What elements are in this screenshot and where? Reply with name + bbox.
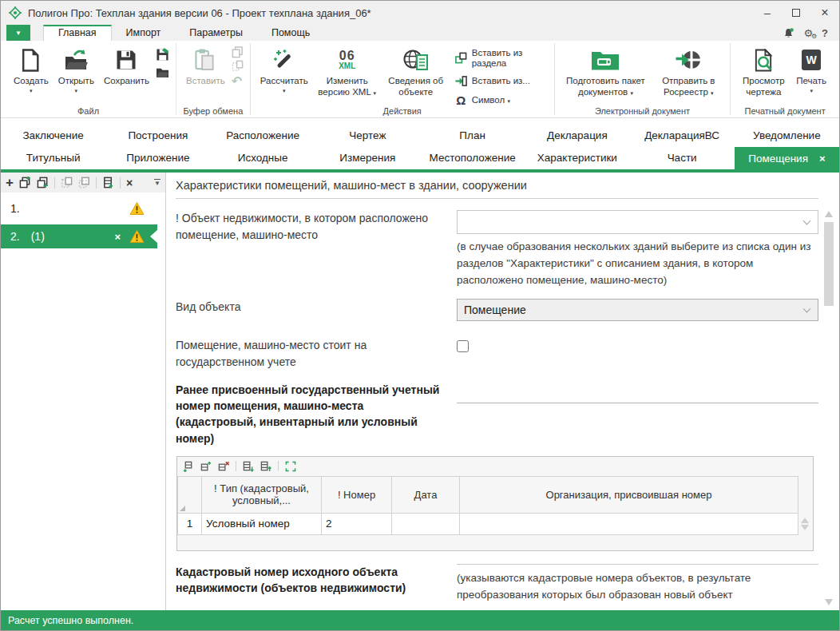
ribbon-tab-home[interactable]: Главная (43, 25, 112, 41)
open-button[interactable]: Открыть ▾ (53, 45, 99, 96)
insert-from-section-icon (454, 52, 468, 64)
change-xml-version-button[interactable]: 06 XML Изменить версию XML ▾ (313, 45, 382, 100)
tab-close-icon[interactable]: × (819, 153, 826, 165)
tab-zakluchenie[interactable]: Заключение (1, 125, 105, 147)
form-row-prev-number: Ранее присвоенный государственный учетны… (176, 382, 818, 446)
ribbon-tab-help[interactable]: Помощь (257, 25, 324, 41)
tab-uvedomlenie[interactable]: Уведомление (735, 125, 839, 147)
col-header-org[interactable]: Организация, присвоившая номер (460, 476, 798, 513)
minimize-button[interactable]: – (753, 1, 782, 25)
new-button[interactable]: Создать ▾ (9, 45, 53, 96)
record-item-2-selected[interactable]: 2. (1) × (1, 224, 157, 248)
table-corner-cell[interactable] (178, 476, 202, 513)
ribbon-tab-parameters[interactable]: Параметры (175, 25, 257, 41)
duplicate-record-icon[interactable] (19, 177, 31, 189)
open-dropdown-icon: ▾ (75, 88, 78, 94)
kind-combobox[interactable]: Помещение (457, 299, 818, 321)
tab-titulny[interactable]: Титульный (1, 147, 105, 169)
prepare-package-button[interactable]: Подготовить пакет документов ▾ (560, 45, 652, 100)
scroll-up-icon[interactable] (825, 211, 833, 217)
package-folder-icon (591, 46, 620, 73)
object-combobox[interactable] (457, 210, 818, 234)
date-cell[interactable] (392, 513, 460, 534)
drawing-preview-button[interactable]: Просмотр чертежа (735, 45, 791, 100)
change-xml-dropdown-icon: ▾ (374, 90, 377, 96)
tab-mestopolozhenie[interactable]: Местоположение (420, 147, 525, 169)
tab-pomeshcheniya-active[interactable]: Помещения × (735, 147, 839, 169)
calculate-button-label: Рассчитать (260, 76, 308, 87)
section-tabs-row1: Заключение Построения Расположение Черте… (1, 125, 839, 147)
col-header-type[interactable]: ! Тип (кадастровый, условный,... (202, 476, 322, 513)
save-as-icon[interactable] (156, 48, 169, 62)
maximize-button[interactable] (782, 1, 810, 25)
row-number-cell[interactable]: 1 (178, 513, 202, 534)
tab-chasti[interactable]: Части (630, 147, 735, 169)
object-info-label: Сведения об объекте (386, 76, 446, 98)
tab-deklaraciya-vs[interactable]: ДекларацияВС (630, 125, 735, 147)
header-divider (176, 198, 818, 199)
tab-ishodnye[interactable]: Исходные (211, 147, 315, 169)
open-button-label: Открыть (58, 76, 94, 87)
insert-from-section-button[interactable]: Вставить из раздела (452, 47, 548, 69)
type-cell[interactable]: Условный номер (202, 513, 322, 534)
record-2-number: 2. (10, 230, 20, 243)
table-move-down-icon[interactable] (243, 461, 254, 472)
table-move-up-icon[interactable] (260, 461, 271, 472)
window-controls: – × (753, 1, 839, 25)
scrollbar-thumb[interactable] (824, 222, 834, 306)
form-content: Характеристики помещений, машино-мест в … (166, 173, 839, 610)
table-scroll-up-icon[interactable] (801, 518, 809, 523)
save-button[interactable]: Сохранить (99, 45, 154, 89)
import-list-icon[interactable] (102, 177, 114, 189)
send-rosreestr-button[interactable]: Отправить в Росреестр ▾ (652, 45, 725, 100)
app-menu-button[interactable]: ▼ (6, 25, 30, 41)
ribbon-group-clipboard: Вставить ↶ Буфер обмена (176, 41, 250, 117)
table-scroll-down-icon[interactable] (801, 525, 809, 530)
table-insert-row-icon[interactable] (200, 461, 212, 472)
number-cell[interactable]: 2 (322, 513, 392, 534)
prepare-package-dropdown-icon: ▾ (630, 90, 633, 96)
tab-deklaraciya[interactable]: Декларация (525, 125, 629, 147)
col-header-number[interactable]: ! Номер (322, 476, 392, 513)
content-scrollbar[interactable] (823, 209, 835, 609)
help-icon[interactable]: ? (822, 28, 828, 38)
section-tabs: Заключение Построения Расположение Черте… (1, 125, 839, 173)
calculate-button[interactable]: Рассчитать ▾ (256, 45, 313, 96)
notifications-bell-icon[interactable] (783, 27, 794, 39)
sidebar-more-icon[interactable]: ▼ (154, 179, 160, 187)
tab-postroeniya[interactable]: Построения (105, 125, 210, 147)
symbol-button[interactable]: Ω Символ ▾ (452, 93, 548, 107)
tab-plan[interactable]: План (420, 125, 525, 147)
tab-izmereniya[interactable]: Измерения (315, 147, 420, 169)
sidebar-toolbar: + × ▼ (1, 173, 165, 192)
drawing-preview-label: Просмотр чертежа (740, 76, 787, 98)
settings-gear-icon[interactable]: ⚙ (803, 28, 813, 38)
open-recent-folder-icon[interactable] (156, 66, 169, 78)
close-button[interactable]: × (810, 1, 839, 25)
group-label-edoc: Электронный документ (555, 106, 731, 116)
record-item-1[interactable]: 1. (1, 196, 157, 220)
scroll-down-icon[interactable] (825, 599, 833, 605)
tab-harakteristiki[interactable]: Характеристики (525, 147, 629, 169)
table-footer-strip (177, 535, 813, 550)
col-header-date[interactable]: Дата (392, 476, 460, 513)
print-button[interactable]: W Печать ▾ (791, 45, 831, 96)
delete-record-icon[interactable]: × (126, 177, 133, 189)
table-expand-icon[interactable] (285, 461, 296, 472)
ribbon-group-file: Создать ▾ Открыть ▾ Сохранить (1, 41, 176, 117)
tab-prilozhenie[interactable]: Приложение (105, 147, 210, 169)
table-add-row-icon[interactable] (183, 461, 194, 472)
insert-from-button[interactable]: Вставить из... (452, 74, 548, 88)
object-info-button[interactable]: Сведения об объекте (382, 45, 450, 100)
table-delete-row-icon[interactable] (218, 461, 229, 472)
add-record-icon[interactable]: + (6, 176, 14, 189)
save-button-label: Сохранить (104, 76, 149, 87)
ribbon-tab-import[interactable]: Импорт (112, 25, 176, 41)
tab-raspolozhenie[interactable]: Расположение (211, 125, 315, 147)
org-cell[interactable] (460, 513, 798, 534)
record-2-close-icon[interactable]: × (114, 231, 121, 243)
insert-from-icon (454, 75, 468, 87)
tab-chertezh[interactable]: Чертеж (315, 125, 420, 147)
copy-record-icon[interactable] (37, 177, 49, 189)
registered-checkbox[interactable] (457, 340, 469, 352)
